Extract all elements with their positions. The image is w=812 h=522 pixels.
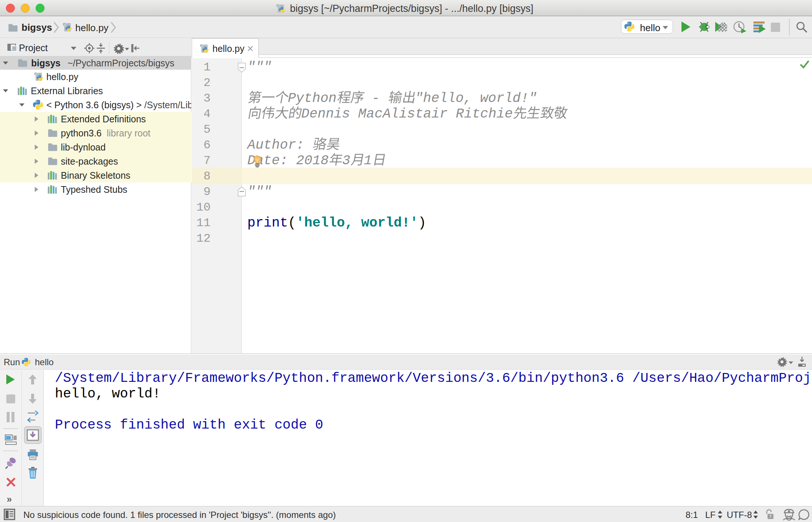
svg-text:T: T	[769, 514, 772, 519]
